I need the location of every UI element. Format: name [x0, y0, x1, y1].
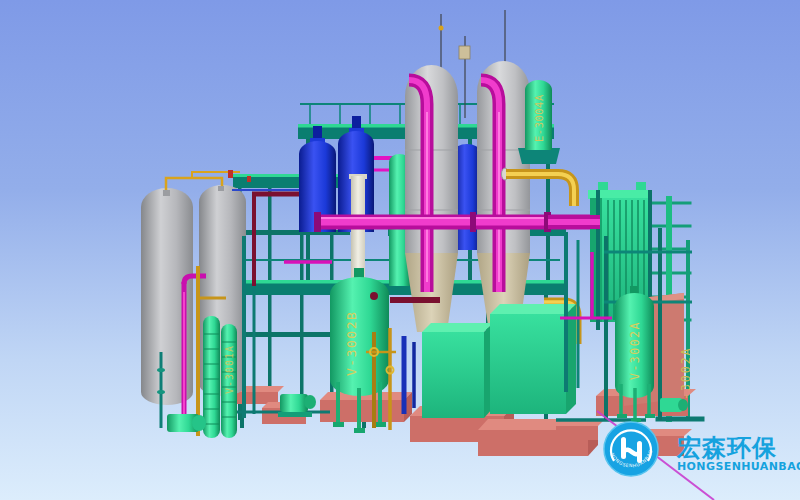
logo-name-en: HONGSENHUANBAO	[677, 460, 800, 473]
plant-scene: E-3004A	[0, 0, 800, 500]
tag-e3004a: E-3004A	[533, 94, 545, 142]
plant-3d-render: E-3004A	[0, 0, 800, 500]
tag-v3002b: V-3002B	[344, 311, 359, 376]
tag-v3001a: V-3001A	[224, 345, 235, 394]
logo-name-cn: 宏森环保	[676, 434, 777, 462]
tag-3002a-bg: -3002A	[679, 346, 693, 400]
center-vessel-v3002b: V-3002B	[330, 268, 389, 433]
tag-v3002a: V-3002A	[628, 321, 642, 380]
